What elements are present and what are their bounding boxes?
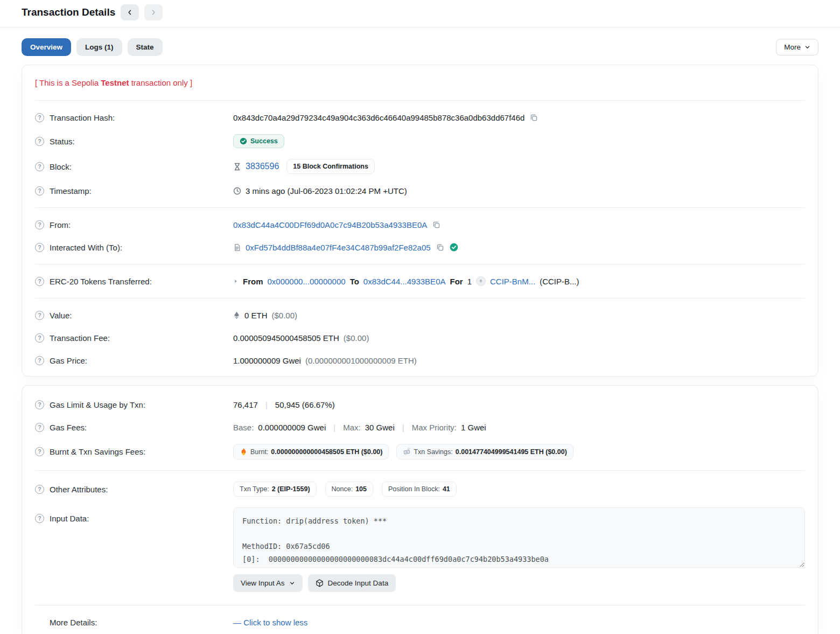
- help-icon[interactable]: ?: [35, 113, 44, 122]
- help-icon[interactable]: ?: [35, 447, 44, 456]
- erc20-amount: 1: [467, 277, 472, 286]
- erc20-for-word: For: [450, 277, 463, 286]
- copy-from-address-button[interactable]: [431, 220, 442, 230]
- status-row: ? Status: Success: [35, 129, 805, 154]
- chevron-down-icon: [804, 44, 810, 50]
- input-data-label: Input Data:: [50, 514, 89, 523]
- txn-savings-label: Txn Savings:: [414, 448, 452, 456]
- help-icon[interactable]: ?: [35, 333, 44, 343]
- help-icon[interactable]: ?: [35, 485, 44, 494]
- erc20-to-address-link[interactable]: 0x83dC44...4933BE0A: [363, 277, 446, 286]
- gas-fees-label: Gas Fees:: [50, 423, 87, 432]
- erc20-token-link[interactable]: CCIP-BnM...: [490, 277, 535, 286]
- gas-limit-value: 76,417: [233, 400, 258, 409]
- to-address-link[interactable]: 0xFd57b4ddBf88a4e07fF4e34C487b99af2Fe82a…: [246, 243, 431, 252]
- testnet-notice-open: [ This is a Sepolia: [35, 78, 101, 87]
- page-title: Transaction Details: [22, 6, 115, 18]
- copy-icon: [432, 221, 440, 229]
- gas-limit-label: Gas Limit & Usage by Txn:: [50, 400, 145, 409]
- position-in-block-value: 41: [443, 485, 450, 493]
- view-input-as-button[interactable]: View Input As: [233, 574, 303, 592]
- max-priority-value: 1 Gwei: [461, 423, 486, 432]
- transaction-fee-amount: 0.000050945000458505 ETH: [233, 333, 339, 343]
- help-icon[interactable]: ?: [35, 311, 44, 320]
- interacted-with-label: Interacted With (To):: [50, 243, 122, 252]
- copy-icon: [530, 114, 538, 122]
- block-confirmations-badge: 15 Block Confirmations: [286, 159, 375, 174]
- block-number-link[interactable]: 3836596: [246, 162, 279, 171]
- from-label: From:: [50, 220, 71, 229]
- help-icon[interactable]: ?: [35, 186, 44, 196]
- tabs-row: Overview Logs (1) State More: [0, 27, 840, 65]
- show-less-link[interactable]: — Click to show less: [233, 618, 307, 627]
- status-badge-label: Success: [250, 137, 278, 145]
- tab-state[interactable]: State: [128, 38, 163, 56]
- help-icon[interactable]: ?: [35, 277, 44, 286]
- nonce-value: 105: [355, 485, 367, 493]
- tab-overview[interactable]: Overview: [22, 38, 71, 56]
- value-label: Value:: [50, 311, 72, 320]
- separator: |: [399, 423, 408, 432]
- burnt-value: 0.000000000000458505 ETH ($0.00): [271, 448, 382, 456]
- erc20-transfers-row: ? ERC-20 Tokens Transferred: From 0x0000…: [35, 270, 805, 292]
- help-icon[interactable]: ?: [35, 137, 44, 146]
- copy-to-address-button[interactable]: [435, 242, 445, 253]
- testnet-notice: [ This is a Sepolia Testnet transaction …: [35, 69, 805, 95]
- timestamp-value: 3 mins ago (Jul-06-2023 01:02:24 PM +UTC…: [246, 186, 407, 196]
- nonce-badge: Nonce: 105: [325, 482, 373, 497]
- burnt-badge: Burnt: 0.000000000000458505 ETH ($0.00): [233, 444, 389, 459]
- clock-icon: [233, 187, 241, 195]
- transaction-fee-usd: ($0.00): [344, 333, 369, 343]
- separator: |: [262, 400, 271, 409]
- value-amount: 0 ETH: [244, 311, 268, 320]
- input-data-textarea[interactable]: Function: drip(address token) *** Method…: [233, 507, 805, 568]
- help-icon[interactable]: ?: [35, 423, 44, 432]
- more-details-row: More Details: — Click to show less: [35, 611, 805, 633]
- txn-type-value: 2 (EIP-1559): [272, 485, 310, 493]
- help-icon[interactable]: ?: [35, 220, 44, 229]
- contract-file-icon: [233, 243, 241, 252]
- ethereum-icon: [233, 311, 240, 319]
- caret-right-icon: [233, 278, 239, 284]
- from-address-link[interactable]: 0x83dC44a4C00DFf69d0A0c7c94B20b53a4933BE…: [233, 220, 427, 229]
- max-fee-value: 30 Gwei: [365, 423, 395, 432]
- divider: [35, 264, 805, 264]
- help-icon[interactable]: ?: [35, 243, 44, 252]
- transaction-fee-row: ? Transaction Fee: 0.000050945000458505 …: [35, 326, 805, 349]
- base-fee-label: Base:: [233, 423, 254, 432]
- help-icon[interactable]: ?: [35, 400, 44, 409]
- help-icon[interactable]: ?: [35, 162, 44, 171]
- value-usd: ($0.00): [272, 311, 298, 320]
- gas-price-amount: 1.000000009 Gwei: [233, 356, 301, 365]
- from-row: ? From: 0x83dC44a4C00DFf69d0A0c7c94B20b5…: [35, 213, 805, 236]
- decode-input-data-button[interactable]: Decode Input Data: [308, 574, 396, 592]
- tab-list: Overview Logs (1) State: [22, 38, 163, 56]
- txn-savings-badge: Txn Savings: 0.001477404999541495 ETH ($…: [396, 444, 573, 459]
- decode-input-data-label: Decode Input Data: [328, 579, 389, 587]
- more-dropdown-button[interactable]: More: [776, 39, 818, 55]
- check-circle-icon: [240, 137, 247, 145]
- testnet-notice-bold: Testnet: [101, 78, 129, 87]
- help-icon[interactable]: ?: [35, 514, 44, 523]
- prev-transaction-button[interactable]: [121, 4, 139, 20]
- copy-hash-button[interactable]: [529, 113, 539, 123]
- max-priority-label: Max Priority:: [412, 423, 457, 432]
- divider: [35, 207, 805, 208]
- tab-logs[interactable]: Logs (1): [76, 38, 122, 56]
- erc20-from-address-link[interactable]: 0x000000...00000000: [268, 277, 346, 286]
- burnt-savings-row: ? Burnt & Txn Savings Fees: Burnt: 0.000…: [35, 438, 805, 465]
- money-wings-icon: [403, 448, 411, 456]
- divider: [35, 298, 805, 298]
- next-transaction-button[interactable]: [144, 4, 163, 20]
- details-card: ? Gas Limit & Usage by Txn: 76,417 | 50,…: [22, 385, 818, 634]
- help-icon[interactable]: ?: [35, 356, 44, 365]
- hourglass-icon: [233, 163, 241, 171]
- more-details-label: More Details:: [50, 618, 97, 627]
- erc20-token-symbol: (CCIP-B...): [540, 277, 579, 286]
- max-fee-label: Max:: [343, 423, 361, 432]
- block-row: ? Block: 3836596 15 Block Confirmations: [35, 154, 805, 179]
- transaction-hash-row: ? Transaction Hash: 0x843dc70a4a29d79234…: [35, 106, 805, 129]
- interacted-with-row: ? Interacted With (To): 0xFd57b4ddBf88a4…: [35, 236, 805, 259]
- transaction-hash-value: 0x843dc70a4a29d79234c49a904c363d6c46640a…: [233, 113, 524, 122]
- input-data-row: ? Input Data: Function: drip(address tok…: [35, 502, 805, 600]
